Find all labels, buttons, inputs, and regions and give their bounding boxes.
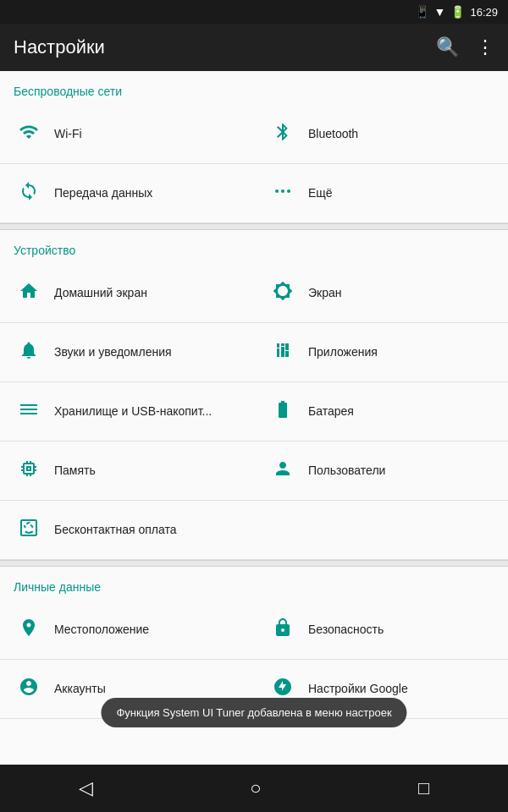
svg-point-1 (281, 189, 284, 193)
settings-item-accounts[interactable]: Аккаунты (0, 660, 254, 719)
settings-item-storage[interactable]: Хранилище и USB-накопит... (0, 382, 254, 442)
battery-status-icon: 🔋 (450, 5, 465, 19)
nfc-label: Бесконтактная оплата (54, 522, 177, 537)
device-grid: Домашний экран Экран Звуки и уведомления… (0, 264, 508, 560)
storage-label: Хранилище и USB-накопит... (54, 403, 212, 419)
svg-point-2 (287, 189, 290, 193)
wifi-label: Wi-Fi (54, 126, 82, 141)
personal-grid: Местоположение Безопасность Аккаунты Нас… (0, 601, 508, 719)
svg-point-0 (275, 189, 279, 193)
battery-label: Батарея (308, 403, 354, 419)
page-title: Настройки (14, 36, 105, 58)
more-options-icon[interactable]: ⋮ (476, 36, 494, 58)
brightness-icon (268, 281, 298, 306)
more-icon (268, 181, 298, 206)
settings-item-google[interactable]: Настройки Google (254, 660, 508, 719)
settings-item-home[interactable]: Домашний экран (0, 264, 254, 323)
apps-label: Приложения (308, 344, 378, 359)
bluetooth-label: Bluetooth (308, 126, 358, 141)
settings-item-security[interactable]: Безопасность (254, 601, 508, 660)
google-icon (268, 677, 298, 702)
settings-item-memory[interactable]: Память (0, 442, 254, 501)
sep-1 (0, 223, 508, 230)
status-bar: 📱 ▼ 🔋 16:29 (0, 0, 508, 24)
wifi-status-icon: ▼ (434, 5, 446, 19)
google-label: Настройки Google (308, 681, 408, 696)
search-icon[interactable]: 🔍 (436, 36, 459, 58)
android-icon: 📱 (415, 5, 429, 19)
section-device-header: Устройство (0, 230, 508, 264)
memory-label: Память (54, 463, 96, 478)
location-label: Местоположение (54, 622, 149, 637)
apps-icon (268, 340, 298, 365)
settings-item-more[interactable]: Ещё (254, 164, 508, 223)
home-icon (14, 281, 44, 306)
clock: 16:29 (470, 6, 498, 19)
bell-icon (14, 340, 44, 365)
section-wireless-header: Беспроводные сети (0, 71, 508, 105)
settings-item-sounds[interactable]: Звуки и уведомления (0, 323, 254, 382)
screen-label: Экран (308, 285, 342, 300)
home-label: Домашний экран (54, 285, 147, 300)
settings-item-battery[interactable]: Батарея (254, 382, 508, 442)
wireless-grid: Wi-Fi Bluetooth Передача данных Ещё (0, 105, 508, 223)
recent-apps-button[interactable]: □ (398, 771, 450, 806)
back-button[interactable]: ◁ (58, 771, 113, 806)
bottom-navigation: ◁ ○ □ (0, 765, 508, 812)
sync-icon (14, 181, 44, 206)
data-label: Передача данных (54, 185, 152, 200)
accounts-label: Аккаунты (54, 681, 106, 696)
nfc-icon (14, 518, 44, 543)
settings-item-bluetooth[interactable]: Bluetooth (254, 105, 508, 164)
settings-item-data[interactable]: Передача данных (0, 164, 254, 223)
users-icon (268, 458, 298, 484)
settings-item-nfc[interactable]: Бесконтактная оплата (0, 501, 508, 560)
settings-content: Беспроводные сети Wi-Fi Bluetooth Переда… (0, 71, 508, 765)
settings-item-apps[interactable]: Приложения (254, 323, 508, 382)
wifi-icon (14, 122, 44, 147)
location-icon (14, 617, 44, 643)
settings-item-wifi[interactable]: Wi-Fi (0, 105, 254, 164)
storage-icon (14, 399, 44, 425)
sep-2 (0, 560, 508, 567)
home-button[interactable]: ○ (229, 771, 281, 806)
battery-icon (268, 399, 298, 425)
memory-icon (14, 458, 44, 484)
lock-icon (268, 617, 298, 643)
bluetooth-icon (268, 122, 298, 147)
settings-item-screen[interactable]: Экран (254, 264, 508, 323)
account-icon (14, 677, 44, 702)
sounds-label: Звуки и уведомления (54, 344, 172, 359)
top-bar-actions: 🔍 ⋮ (436, 36, 494, 58)
top-bar: Настройки 🔍 ⋮ (0, 24, 508, 71)
section-personal-header: Личные данные (0, 567, 508, 601)
security-label: Безопасность (308, 622, 384, 637)
settings-item-location[interactable]: Местоположение (0, 601, 254, 660)
users-label: Пользователи (308, 463, 385, 478)
more-label: Ещё (308, 185, 333, 200)
settings-item-users[interactable]: Пользователи (254, 442, 508, 501)
